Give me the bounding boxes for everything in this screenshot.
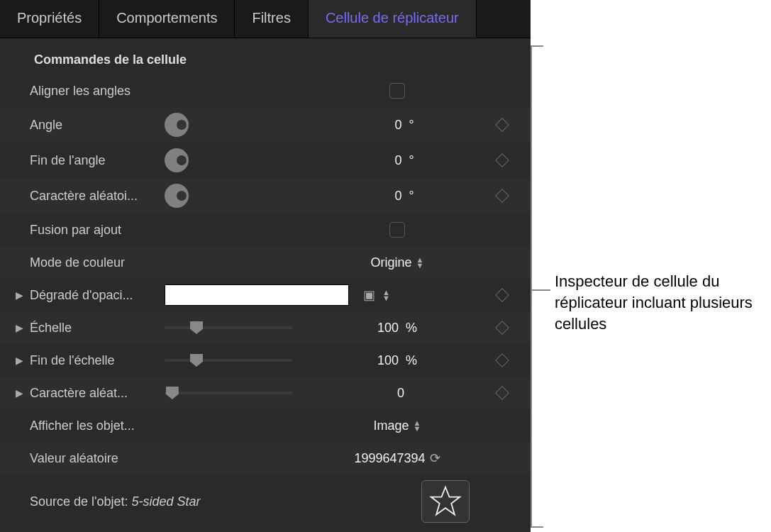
unit-scale: % xyxy=(406,321,417,336)
label-show-objects: Afficher les objet... xyxy=(30,419,165,433)
value-angle[interactable]: 0 xyxy=(380,118,401,133)
value-show-objects[interactable]: Image xyxy=(374,419,409,433)
value-scale[interactable]: 100 xyxy=(377,321,399,336)
label-angle-random: Caractère aléatoi... xyxy=(30,189,165,204)
label-scale: Échelle xyxy=(30,321,165,336)
star-icon xyxy=(429,485,462,518)
keyframe-scale-end[interactable] xyxy=(495,353,509,367)
label-scale-random: Caractère aléat... xyxy=(30,386,165,401)
value-angle-end[interactable]: 0 xyxy=(380,153,401,168)
row-angle-end: ▶ Fin de l'angle 0 ° xyxy=(0,143,531,178)
value-scale-end[interactable]: 100 xyxy=(377,353,399,368)
slider-scale[interactable] xyxy=(165,321,292,334)
callout-text: Inspecteur de cellule du réplicateur inc… xyxy=(555,271,771,335)
tab-filters[interactable]: Filtres xyxy=(235,0,308,38)
tab-replicator-cell[interactable]: Cellule de réplicateur xyxy=(309,0,477,38)
callout-tick xyxy=(531,45,543,47)
dropdown-arrows-icon[interactable]: ▲▼ xyxy=(416,257,424,268)
refresh-icon[interactable]: ⟳ xyxy=(430,450,440,466)
row-opacity-gradient: ▶ Dégradé d'opaci... ▣ ▲▼ xyxy=(0,279,531,311)
gradient-preset-icon[interactable]: ▣ xyxy=(363,287,375,303)
dial-angle-end[interactable] xyxy=(165,148,189,172)
unit-angle-end: ° xyxy=(409,153,414,168)
keyframe-opacity-gradient[interactable] xyxy=(495,288,509,302)
keyframe-angle-random[interactable] xyxy=(495,189,509,203)
section-header: Commandes de la cellule xyxy=(0,45,531,74)
inspector-panel: Propriétés Comportements Filtres Cellule… xyxy=(0,0,531,532)
row-object-source: ▶ Source de l'objet: 5-sided Star xyxy=(0,475,531,528)
slider-scale-end[interactable] xyxy=(165,354,292,367)
disclosure-scale-end[interactable]: ▶ xyxy=(13,354,26,367)
label-additive-blend: Fusion par ajout xyxy=(30,223,165,238)
row-color-mode: ▶ Mode de couleur Origine ▲▼ xyxy=(0,246,531,279)
gradient-swatch[interactable] xyxy=(165,284,349,306)
callout-tick xyxy=(531,289,550,291)
keyframe-scale[interactable] xyxy=(495,321,509,335)
value-angle-random[interactable]: 0 xyxy=(380,189,401,204)
unit-angle: ° xyxy=(409,118,414,133)
label-align-angle: Aligner les angles xyxy=(30,84,165,99)
callout-line xyxy=(531,45,532,528)
tab-properties[interactable]: Propriétés xyxy=(0,0,99,38)
label-angle: Angle xyxy=(30,118,165,133)
value-random-seed[interactable]: 1999647394 xyxy=(354,451,425,466)
label-opacity-gradient: Dégradé d'opaci... xyxy=(30,288,165,303)
row-scale: ▶ Échelle 100 % xyxy=(0,311,531,344)
checkbox-align-angle[interactable] xyxy=(389,83,405,99)
checkbox-additive-blend[interactable] xyxy=(389,222,405,238)
tab-behaviors[interactable]: Comportements xyxy=(99,0,235,38)
row-random-seed: ▶ Valeur aléatoire 1999647394 ⟳ xyxy=(0,442,531,475)
value-scale-random[interactable]: 0 xyxy=(383,386,404,401)
row-show-objects: ▶ Afficher les objet... Image ▲▼ xyxy=(0,409,531,442)
label-angle-end: Fin de l'angle xyxy=(30,153,165,168)
row-align-angle: ▶ Aligner les angles xyxy=(0,74,531,107)
svg-marker-0 xyxy=(431,487,460,515)
slider-scale-random[interactable] xyxy=(165,387,292,399)
dropdown-arrows-icon[interactable]: ▲▼ xyxy=(382,289,390,301)
keyframe-angle-end[interactable] xyxy=(495,153,509,167)
row-angle: ▶ Angle 0 ° xyxy=(0,107,531,143)
label-object-source: Source de l'objet: 5-sided Star xyxy=(30,494,403,509)
label-scale-end: Fin de l'échelle xyxy=(30,353,165,368)
row-scale-random: ▶ Caractère aléat... 0 xyxy=(0,377,531,409)
callout-area: Inspecteur de cellule du réplicateur inc… xyxy=(531,0,771,532)
object-source-name: 5-sided Star xyxy=(132,494,201,509)
row-scale-end: ▶ Fin de l'échelle 100 % xyxy=(0,344,531,377)
disclosure-scale-random[interactable]: ▶ xyxy=(13,387,26,399)
disclosure-scale[interactable]: ▶ xyxy=(13,321,26,334)
row-angle-random: ▶ Caractère aléatoi... 0 ° xyxy=(0,178,531,214)
row-additive-blend: ▶ Fusion par ajout xyxy=(0,214,531,246)
keyframe-scale-random[interactable] xyxy=(495,386,509,400)
dropdown-arrows-icon[interactable]: ▲▼ xyxy=(414,420,421,431)
unit-angle-random: ° xyxy=(409,189,414,204)
keyframe-angle[interactable] xyxy=(495,118,509,132)
dial-angle[interactable] xyxy=(165,113,189,137)
value-color-mode[interactable]: Origine xyxy=(371,255,412,270)
unit-scale-end: % xyxy=(406,353,417,368)
cell-controls-section: Commandes de la cellule ▶ Aligner les an… xyxy=(0,38,531,532)
disclosure-opacity-gradient[interactable]: ▶ xyxy=(13,289,26,301)
dial-angle-random[interactable] xyxy=(165,184,189,208)
label-random-seed: Valeur aléatoire xyxy=(30,451,165,466)
inspector-tabs: Propriétés Comportements Filtres Cellule… xyxy=(0,0,531,38)
object-source-well[interactable] xyxy=(421,480,470,523)
label-color-mode: Mode de couleur xyxy=(30,255,165,270)
callout-tick xyxy=(531,526,543,528)
